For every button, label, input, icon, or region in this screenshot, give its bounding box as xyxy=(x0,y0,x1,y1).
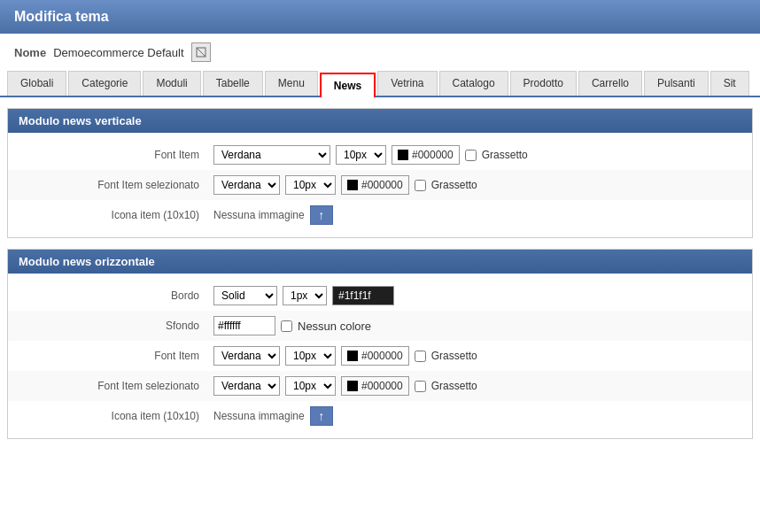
font-color-swatch-sel-1 xyxy=(347,180,358,190)
section1-header: Modulo news verticale xyxy=(8,109,752,133)
section-news-orizzontale: Modulo news orizzontale Bordo Solid Dash… xyxy=(7,249,753,439)
border-style-select[interactable]: Solid Dashed Dotted xyxy=(213,286,277,305)
section2-body: Bordo Solid Dashed Dotted 1px 2px 3px #1… xyxy=(8,274,752,438)
controls-font-item-sel-2: Verdana Arial 10px 8px #000000 Grassetto xyxy=(213,376,477,396)
no-color-checkbox[interactable] xyxy=(281,320,292,332)
controls-icona-1: Nessuna immagine ↑ xyxy=(213,205,333,225)
upload-button-1[interactable]: ↑ xyxy=(310,205,333,225)
controls-icona-2: Nessuna immagine ↑ xyxy=(213,406,333,426)
section2-header: Modulo news orizzontale xyxy=(8,250,752,274)
font-size-select-2[interactable]: 10px 8px xyxy=(285,346,336,366)
font-color-value-sel-2: #000000 xyxy=(361,380,403,392)
tab-menu[interactable]: Menu xyxy=(265,71,318,96)
font-size-select-1[interactable]: 10px 8px 12px xyxy=(336,145,386,165)
row-bordo: Bordo Solid Dashed Dotted 1px 2px 3px #1… xyxy=(8,281,752,311)
font-size-select-sel-1[interactable]: 10px 8px xyxy=(285,175,336,195)
page-header: Modifica tema xyxy=(0,0,760,34)
tab-pulsanti[interactable]: Pulsanti xyxy=(644,71,709,96)
font-color-box-sel-1[interactable]: #000000 xyxy=(341,175,409,195)
nome-row: Nome Demoecommerce Default xyxy=(0,34,760,71)
nome-label: Nome xyxy=(14,46,46,59)
tab-tabelle[interactable]: Tabelle xyxy=(203,71,263,96)
page-title: Modifica tema xyxy=(14,9,109,24)
tab-globali[interactable]: Globali xyxy=(7,71,66,96)
upload-button-2[interactable]: ↑ xyxy=(310,406,333,426)
font-color-box-1[interactable]: #000000 xyxy=(392,145,460,165)
font-color-box-sel-2[interactable]: #000000 xyxy=(341,376,409,396)
controls-font-item-2: Verdana Arial 10px 8px #000000 Grassetto xyxy=(213,346,477,366)
label-icona-2: Icona item (10x10) xyxy=(19,410,213,422)
label-bordo: Bordo xyxy=(19,289,213,302)
controls-font-item-sel-1: Verdana Arial 10px 8px #000000 Grassetto xyxy=(213,175,477,195)
font-bold-checkbox-2[interactable] xyxy=(415,351,426,362)
label-font-item-1: Font Item xyxy=(19,149,213,161)
font-family-select-2[interactable]: Verdana Arial xyxy=(213,346,280,366)
grassetto-label-2: Grassetto xyxy=(431,350,477,362)
font-bold-checkbox-sel-2[interactable] xyxy=(415,381,426,392)
section-news-verticale: Modulo news verticale Font Item Verdana … xyxy=(7,108,753,238)
row-font-item-sel-2: Font Item selezionato Verdana Arial 10px… xyxy=(8,371,752,401)
label-icona-1: Icona item (10x10) xyxy=(19,209,213,221)
row-font-item-sel-1: Font Item selezionato Verdana Arial 10px… xyxy=(8,170,752,200)
label-sfondo: Sfondo xyxy=(19,320,213,332)
nome-value: Demoecommerce Default xyxy=(53,46,183,59)
label-font-item-sel-1: Font Item selezionato xyxy=(19,179,213,191)
svg-line-1 xyxy=(197,48,206,57)
row-sfondo: Sfondo Nessun colore xyxy=(8,311,752,341)
section1-body: Font Item Verdana Arial Times New Roman … xyxy=(8,133,752,237)
page-wrapper: Modifica tema Nome Demoecommerce Default… xyxy=(0,0,760,532)
no-image-text-2: Nessuna immagine xyxy=(213,410,305,422)
font-color-value-1: #000000 xyxy=(412,149,454,161)
tab-prodotto[interactable]: Prodotto xyxy=(510,71,577,96)
label-font-item-2: Font Item xyxy=(19,350,213,362)
row-icona-1: Icona item (10x10) Nessuna immagine ↑ xyxy=(8,200,752,230)
nav-tabs: Globali Categorie Moduli Tabelle Menu Ne… xyxy=(0,71,760,97)
nome-icon-button[interactable] xyxy=(191,42,211,62)
grassetto-label-sel-1: Grassetto xyxy=(431,179,477,191)
tab-carrello[interactable]: Carrello xyxy=(578,71,642,96)
controls-bordo: Solid Dashed Dotted 1px 2px 3px #1f1f1f xyxy=(213,286,394,305)
tab-sit[interactable]: Sit xyxy=(710,71,749,96)
row-font-item-1: Font Item Verdana Arial Times New Roman … xyxy=(8,140,752,170)
font-color-box-2[interactable]: #000000 xyxy=(341,346,409,366)
font-color-swatch-2 xyxy=(347,351,358,361)
font-color-swatch-sel-2 xyxy=(347,381,358,391)
grassetto-label-sel-2: Grassetto xyxy=(431,380,477,392)
row-icona-2: Icona item (10x10) Nessuna immagine ↑ xyxy=(8,401,752,431)
font-family-select-sel-1[interactable]: Verdana Arial xyxy=(213,175,280,195)
font-color-value-2: #000000 xyxy=(361,350,403,362)
font-bold-checkbox-1[interactable] xyxy=(465,150,477,161)
tab-moduli[interactable]: Moduli xyxy=(143,71,200,96)
edit-icon xyxy=(196,47,206,58)
font-color-swatch-1 xyxy=(398,150,408,160)
font-color-value-sel-1: #000000 xyxy=(361,179,403,191)
tab-vetrina[interactable]: Vetrina xyxy=(377,71,437,96)
tab-catalogo[interactable]: Catalogo xyxy=(439,71,508,96)
tab-news[interactable]: News xyxy=(320,73,376,97)
font-family-select-sel-2[interactable]: Verdana Arial xyxy=(213,376,280,396)
font-size-select-sel-2[interactable]: 10px 8px xyxy=(285,376,336,396)
tab-categorie[interactable]: Categorie xyxy=(68,71,141,96)
sfondo-input[interactable] xyxy=(213,316,275,335)
label-font-item-sel-2: Font Item selezionato xyxy=(19,380,213,392)
controls-sfondo: Nessun colore xyxy=(213,316,371,335)
grassetto-label-1: Grassetto xyxy=(482,149,528,161)
font-bold-checkbox-sel-1[interactable] xyxy=(415,180,426,191)
row-font-item-2: Font Item Verdana Arial 10px 8px #000000 xyxy=(8,341,752,371)
controls-font-item-1: Verdana Arial Times New Roman 10px 8px 1… xyxy=(213,145,528,165)
font-family-select-1[interactable]: Verdana Arial Times New Roman xyxy=(213,145,330,165)
no-image-text-1: Nessuna immagine xyxy=(213,209,305,221)
no-color-label: Nessun colore xyxy=(298,320,371,333)
border-color-value: #1f1f1f xyxy=(338,289,371,302)
border-color-box[interactable]: #1f1f1f xyxy=(332,286,394,305)
border-size-select[interactable]: 1px 2px 3px xyxy=(283,286,327,305)
